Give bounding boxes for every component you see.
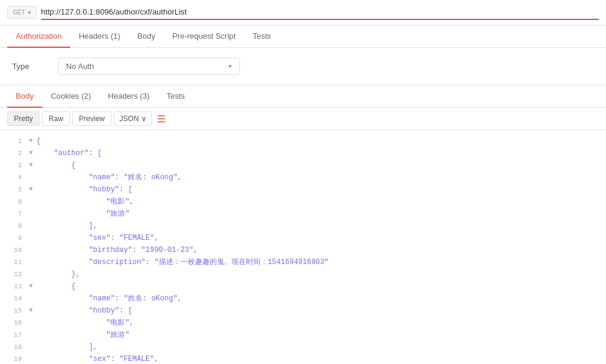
tab-prerequest[interactable]: Pre-request Script — [164, 25, 244, 48]
code-content: "旅游" — [36, 208, 601, 220]
code-content: "电影", — [36, 196, 601, 208]
method-select[interactable]: GET ▾ — [7, 6, 36, 19]
auth-type-label: Type — [12, 62, 48, 71]
code-content: "旅游" — [36, 329, 601, 341]
code-line: 18 ], — [0, 341, 606, 353]
fold-button[interactable]: ▼ — [29, 135, 34, 147]
code-content: "hobby": [ — [36, 305, 601, 317]
tab-authorization[interactable]: Authorization — [7, 25, 70, 48]
code-line: 6 "电影", — [0, 196, 606, 208]
auth-dropdown-arrow-icon: ▾ — [228, 62, 232, 70]
code-content: "name": "姓名: oKong", — [36, 171, 601, 184]
fold-button[interactable]: ▼ — [29, 305, 34, 317]
code-content: "name": "姓名: oKong", — [36, 293, 601, 305]
code-content: { — [36, 280, 601, 293]
code-line: 12 }, — [0, 268, 606, 280]
code-content: "电影", — [36, 317, 601, 329]
format-select[interactable]: JSON ∨ — [114, 111, 152, 126]
line-number: 19 — [5, 353, 22, 364]
line-number: 10 — [5, 244, 22, 256]
fold-button[interactable]: ▼ — [29, 184, 34, 196]
line-number: 7 — [5, 208, 22, 220]
auth-type-value: No Auth — [66, 62, 94, 71]
line-number: 11 — [5, 256, 22, 268]
line-number: 9 — [5, 232, 22, 244]
method-label: GET — [13, 9, 25, 16]
code-line: 13▼ { — [0, 280, 606, 293]
preview-button[interactable]: Preview — [72, 111, 112, 126]
tab-body-resp[interactable]: Body — [7, 85, 42, 108]
code-line: 7 "旅游" — [0, 208, 606, 220]
code-line: 1▼{ — [0, 135, 606, 147]
method-arrow-icon: ▾ — [28, 9, 31, 16]
code-line: 3▼ { — [0, 159, 606, 171]
code-content: "description": "描述：一枚趣趣的鬼。现在时间：154169491… — [36, 256, 601, 268]
request-tabs: Authorization Headers (1) Body Pre-reque… — [0, 25, 606, 48]
format-label: JSON — [119, 114, 139, 123]
line-number: 18 — [5, 341, 22, 353]
code-content: "sex": "FEMALE", — [36, 353, 601, 364]
line-number: 2 — [5, 147, 22, 159]
code-line: 17 "旅游" — [0, 329, 606, 341]
raw-button[interactable]: Raw — [42, 111, 70, 126]
code-line: 11 "description": "描述：一枚趣趣的鬼。现在时间：154169… — [0, 256, 606, 268]
line-number: 3 — [5, 159, 22, 171]
tab-cookies-resp[interactable]: Cookies (2) — [42, 85, 99, 108]
code-content: "hobby": [ — [36, 184, 601, 196]
line-number: 1 — [5, 135, 22, 147]
fold-button[interactable]: ▼ — [29, 147, 34, 159]
code-line: 19 "sex": "FEMALE", — [0, 353, 606, 364]
code-toolbar: Pretty Raw Preview JSON ∨ ☰ — [0, 108, 606, 130]
format-arrow-icon: ∨ — [141, 114, 147, 123]
filter-icon[interactable]: ☰ — [157, 113, 165, 125]
code-line: 4 "name": "姓名: oKong", — [0, 171, 606, 184]
auth-type-dropdown[interactable]: No Auth ▾ — [58, 58, 240, 75]
pretty-button[interactable]: Pretty — [7, 111, 39, 126]
code-content: "birthday": "1990-01-23", — [36, 244, 601, 256]
auth-section: Type No Auth ▾ — [0, 48, 606, 85]
response-tabs: Body Cookies (2) Headers (3) Tests — [0, 85, 606, 108]
code-line: 15▼ "hobby": [ — [0, 305, 606, 317]
code-line: 16 "电影", — [0, 317, 606, 329]
auth-row: Type No Auth ▾ — [12, 58, 594, 75]
code-area[interactable]: 1▼{2▼ "author": [3▼ {4 "name": "姓名: oKon… — [0, 130, 606, 364]
line-number: 15 — [5, 305, 22, 317]
code-content: }, — [36, 268, 601, 280]
code-line: 5▼ "hobby": [ — [0, 184, 606, 196]
fold-button[interactable]: ▼ — [29, 280, 34, 293]
line-number: 12 — [5, 268, 22, 280]
tab-headers-resp[interactable]: Headers (3) — [99, 85, 158, 108]
code-content: { — [36, 159, 601, 171]
code-content: "sex": "FEMALE", — [36, 232, 601, 244]
code-content: ], — [36, 220, 601, 232]
line-number: 16 — [5, 317, 22, 329]
code-content: "author": [ — [36, 147, 601, 159]
tab-tests-resp[interactable]: Tests — [158, 85, 193, 108]
line-number: 17 — [5, 329, 22, 341]
code-line: 8 ], — [0, 220, 606, 232]
line-number: 5 — [5, 184, 22, 196]
code-line: 10 "birthday": "1990-01-23", — [0, 244, 606, 256]
url-bar: GET ▾ — [0, 0, 606, 25]
code-line: 14 "name": "姓名: oKong", — [0, 293, 606, 305]
tab-headers-req[interactable]: Headers (1) — [70, 25, 129, 48]
fold-button[interactable]: ▼ — [29, 159, 34, 171]
code-line: 9 "sex": "FEMALE", — [0, 232, 606, 244]
code-line: 2▼ "author": [ — [0, 147, 606, 159]
line-number: 8 — [5, 220, 22, 232]
code-content: ], — [36, 341, 601, 353]
tab-body-req[interactable]: Body — [129, 25, 164, 48]
line-number: 4 — [5, 171, 22, 184]
line-number: 14 — [5, 293, 22, 305]
line-number: 13 — [5, 280, 22, 293]
line-number: 6 — [5, 196, 22, 208]
url-input[interactable] — [41, 5, 599, 20]
code-content: { — [36, 135, 601, 147]
tab-tests-req[interactable]: Tests — [244, 25, 279, 48]
